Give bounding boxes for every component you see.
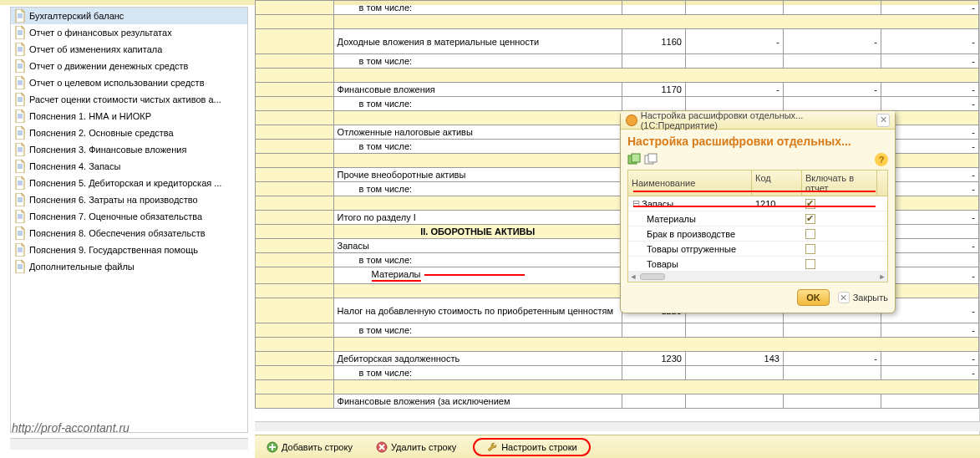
- row-value[interactable]: -: [783, 352, 881, 366]
- row-label[interactable]: Доходные вложения в материальные ценност…: [333, 29, 622, 54]
- main-scrollbar[interactable]: [255, 421, 980, 431]
- row-value[interactable]: [881, 394, 978, 409]
- expand-tree-icon[interactable]: [627, 153, 641, 166]
- sidebar-item-label: Пояснения 7. Оценочные обязательства: [29, 211, 202, 221]
- row-label[interactable]: Материалы: [333, 267, 622, 284]
- close-button[interactable]: ✕ Закрыть: [838, 292, 888, 303]
- row-label[interactable]: Финансовые вложения: [333, 83, 622, 97]
- row-value[interactable]: [685, 1, 783, 15]
- row-label[interactable]: Итого по разделу I: [333, 211, 622, 225]
- sidebar-item[interactable]: Дополнительные файлы: [11, 258, 247, 275]
- dialog-close-icon[interactable]: ✕: [876, 114, 890, 127]
- row-label[interactable]: в том числе:: [333, 140, 622, 154]
- document-icon: [14, 26, 26, 39]
- row-code[interactable]: 1160: [622, 29, 685, 54]
- row-value[interactable]: -: [881, 97, 978, 111]
- row-value[interactable]: [685, 54, 783, 69]
- sidebar-item[interactable]: Пояснения 6. Затраты на производство: [11, 191, 247, 208]
- row-value[interactable]: [685, 366, 783, 380]
- dialog-row[interactable]: Товары отгруженные: [628, 242, 887, 257]
- row-value[interactable]: -: [881, 366, 978, 380]
- sidebar-item[interactable]: Пояснения 3. Финансовые вложения: [11, 141, 247, 158]
- ok-button[interactable]: OK: [797, 289, 830, 306]
- row-label[interactable]: в том числе:: [333, 366, 622, 380]
- row-value[interactable]: -: [881, 1, 978, 15]
- collapse-tree-icon[interactable]: [644, 153, 658, 166]
- row-code[interactable]: [622, 366, 685, 380]
- remove-row-button[interactable]: Удалить строку: [369, 440, 463, 455]
- row-label[interactable]: Дебиторская задолженность: [333, 352, 622, 366]
- row-code[interactable]: [622, 97, 685, 111]
- sidebar-item[interactable]: Пояснения 4. Запасы: [11, 158, 247, 175]
- include-checkbox[interactable]: [805, 214, 815, 224]
- sidebar-item[interactable]: Пояснения 8. Обеспечения обязательств: [11, 225, 247, 242]
- include-checkbox[interactable]: [805, 199, 815, 209]
- configure-rows-button[interactable]: Настроить строки: [473, 438, 591, 456]
- dialog-hscrollbar[interactable]: ◄►: [628, 272, 887, 282]
- dialog-row[interactable]: Товары: [628, 257, 887, 272]
- row-value[interactable]: -: [783, 29, 881, 54]
- row-label[interactable]: Прочие внеоборотные активы: [333, 168, 622, 182]
- include-checkbox[interactable]: [805, 244, 815, 254]
- sidebar-item[interactable]: Пояснения 7. Оценочные обязательства: [11, 208, 247, 225]
- row-code[interactable]: [622, 323, 685, 338]
- row-value[interactable]: [783, 1, 881, 15]
- row-value[interactable]: [685, 394, 783, 409]
- row-value[interactable]: [685, 97, 783, 111]
- row-label[interactable]: Запасы: [333, 239, 622, 253]
- document-icon: [14, 76, 26, 89]
- row-label[interactable]: в том числе:: [333, 54, 622, 69]
- row-value[interactable]: [685, 323, 783, 338]
- sidebar-item[interactable]: Пояснения 2. Основные средства: [11, 125, 247, 141]
- row-value[interactable]: -: [881, 352, 978, 366]
- sidebar-item[interactable]: Отчет о движении денежных средств: [11, 58, 247, 74]
- sidebar-item[interactable]: Отчет о финансовых результатах: [11, 24, 247, 41]
- row-value[interactable]: -: [881, 323, 978, 338]
- row-label[interactable]: в том числе:: [333, 97, 622, 111]
- row-value[interactable]: [783, 97, 881, 111]
- row-code[interactable]: [622, 1, 685, 15]
- row-label[interactable]: Финансовые вложения (за исключением: [333, 394, 622, 409]
- row-value[interactable]: [783, 394, 881, 409]
- dialog-row[interactable]: ⊟Запасы1210: [628, 196, 887, 211]
- sidebar-item-label: Пояснения 3. Финансовые вложения: [29, 145, 186, 155]
- row-code[interactable]: [622, 394, 685, 409]
- include-checkbox[interactable]: [805, 259, 815, 269]
- row-value[interactable]: [783, 323, 881, 338]
- row-code[interactable]: 1230: [622, 352, 685, 366]
- row-value[interactable]: -: [783, 83, 881, 97]
- row-label[interactable]: в том числе:: [333, 182, 622, 196]
- add-row-button[interactable]: Добавить строку: [260, 440, 359, 455]
- sidebar-item[interactable]: Пояснения 1. НМА и НИОКР: [11, 108, 247, 125]
- help-icon[interactable]: ?: [875, 153, 888, 166]
- row-value[interactable]: -: [881, 29, 978, 54]
- section-header: II. ОБОРОТНЫЕ АКТИВЫ: [333, 225, 622, 239]
- row-value[interactable]: -: [881, 83, 978, 97]
- sidebar-item[interactable]: Отчет о целевом использовании средств: [11, 74, 247, 91]
- sidebar-scrollbar[interactable]: [10, 438, 248, 450]
- dialog-row[interactable]: Материалы: [628, 211, 887, 226]
- row-value[interactable]: -: [685, 83, 783, 97]
- row-label[interactable]: Налог на добавленную стоимость по приобр…: [333, 298, 622, 323]
- sidebar-item[interactable]: Расчет оценки стоимости чистых активов а…: [11, 91, 247, 108]
- dialog-titlebar[interactable]: Настройка расшифровки отдельных... (1С:П…: [621, 111, 895, 130]
- row-label[interactable]: в том числе:: [333, 323, 622, 338]
- dialog-row[interactable]: Брак в производстве: [628, 226, 887, 242]
- row-label[interactable]: в том числе:: [333, 253, 622, 267]
- row-value[interactable]: -: [685, 29, 783, 54]
- row-label[interactable]: в том числе:: [333, 1, 622, 15]
- document-icon: [14, 59, 26, 73]
- row-value[interactable]: [783, 366, 881, 380]
- row-code[interactable]: [622, 54, 685, 69]
- row-value[interactable]: -: [881, 54, 978, 69]
- sidebar-item[interactable]: Бухгалтерский баланс: [11, 8, 247, 24]
- row-code[interactable]: 1170: [622, 83, 685, 97]
- row-label[interactable]: Отложенные налоговые активы: [333, 125, 622, 140]
- tree-collapse-icon[interactable]: ⊟: [632, 198, 640, 209]
- include-checkbox[interactable]: [805, 229, 815, 239]
- sidebar-item[interactable]: Отчет об изменениях капитала: [11, 41, 247, 58]
- sidebar-item[interactable]: Пояснения 5. Дебиторская и кредиторская …: [11, 175, 247, 191]
- sidebar-item[interactable]: Пояснения 9. Государственная помощь: [11, 242, 247, 258]
- row-value[interactable]: [783, 54, 881, 69]
- row-value[interactable]: 143: [685, 352, 783, 366]
